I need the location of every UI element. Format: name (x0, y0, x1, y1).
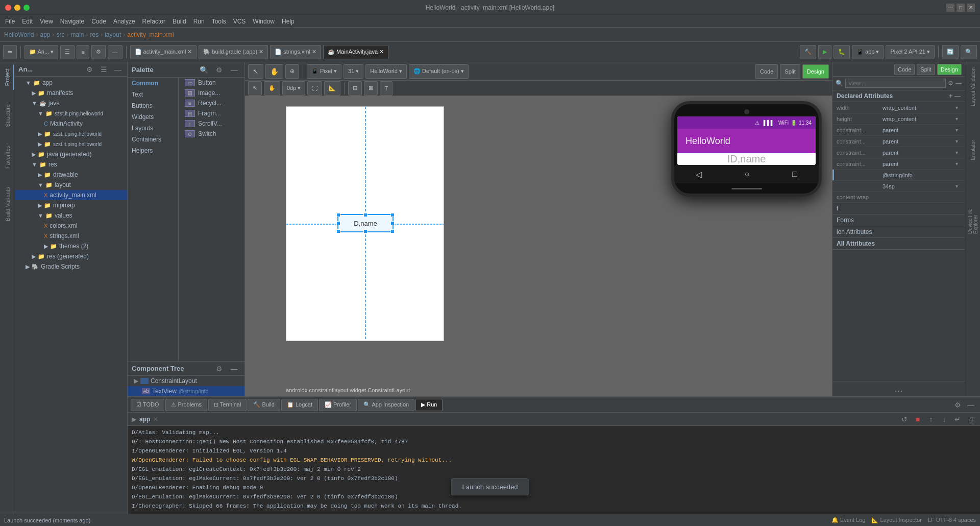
menu-window[interactable]: Window (250, 17, 278, 26)
tree-colors[interactable]: Xcolors.xml (15, 221, 127, 231)
design-view-btn[interactable]: Design (937, 64, 962, 75)
tree-res[interactable]: ▼📁res (15, 159, 127, 170)
view-toggle[interactable]: ≡ (77, 45, 89, 59)
run-tab-build[interactable]: 🔨 Build (248, 399, 280, 411)
palette-item-recycler[interactable]: ≡ Recycl... (179, 98, 244, 108)
menu-refactor[interactable]: Refactor (139, 17, 168, 26)
palette-cat-helpers[interactable]: Helpers (128, 145, 178, 156)
device-file-tab[interactable]: Device File Explorer (967, 193, 979, 234)
palette-item-scroll[interactable]: ↕ ScrollV... (179, 118, 244, 129)
section-t[interactable]: t (832, 203, 965, 214)
menu-help[interactable]: Help (279, 17, 298, 26)
design-toolbar-ruler[interactable]: 📐 (324, 81, 340, 95)
handle-tr[interactable] (390, 213, 395, 217)
attrs-search-input[interactable] (845, 79, 946, 88)
section-ion-attrs[interactable]: ion Attributes (832, 226, 965, 238)
project-settings[interactable]: ⚙ (83, 63, 95, 76)
collapse-btn[interactable]: — (108, 45, 122, 59)
design-tab-btn[interactable]: Design (802, 64, 829, 79)
tree-pkg2[interactable]: ▶📁szst.it.ping.helloworld (15, 129, 127, 139)
menu-code[interactable]: Code (88, 17, 109, 26)
event-log-btn[interactable]: 🔔 Event Log (831, 517, 866, 523)
run-tab-problems[interactable]: ⚠ Problems (165, 399, 207, 411)
tree-layout[interactable]: ▼📁layout (15, 180, 127, 190)
sync-btn[interactable]: 🔄 (942, 45, 959, 59)
palette-cat-containers[interactable]: Containers (128, 134, 178, 145)
design-toolbar-arrow[interactable]: ↖ (248, 81, 262, 95)
tree-activity-xml[interactable]: Xactivity_main.xml (15, 190, 127, 200)
handle-br[interactable] (390, 229, 395, 233)
breadcrumb-src[interactable]: src (57, 31, 65, 38)
palette-item-image[interactable]: 🖼 Image... (179, 88, 244, 98)
minimize-button[interactable]: — (946, 4, 954, 12)
file-tab-xml[interactable]: 📄 activity_main.xml ✕ (130, 45, 197, 59)
run-wrap[interactable]: ↵ (952, 414, 963, 424)
code-tab-btn[interactable]: Code (755, 64, 778, 79)
handle-b[interactable] (363, 229, 368, 233)
split-view-btn[interactable]: Split (917, 64, 935, 75)
breadcrumb-main[interactable]: main (71, 31, 84, 38)
close-button[interactable]: ✕ (967, 4, 975, 12)
palette-search[interactable]: 🔍 (198, 64, 210, 76)
breadcrumb-file[interactable]: activity_main.xml (127, 31, 174, 38)
run-tab-logcat[interactable]: 📋 Logcat (281, 399, 318, 411)
code-view-btn[interactable]: Code (894, 64, 915, 75)
palette-collapse[interactable]: — (228, 64, 240, 76)
tree-values[interactable]: ▼📁values (15, 210, 127, 221)
breadcrumb-app[interactable]: app (40, 31, 50, 38)
remove-attr-btn[interactable]: — (954, 92, 961, 100)
run-print[interactable]: 🖨 (966, 414, 976, 424)
locale-dropdown[interactable]: 🌐 Default (en-us) ▾ (409, 64, 469, 79)
device-dropdown[interactable]: 📱 Pixel ▾ (307, 64, 341, 79)
palette-cat-buttons[interactable]: Buttons (128, 100, 178, 111)
palette-settings[interactable]: ⚙ (213, 64, 225, 76)
search-btn[interactable]: 🔍 (961, 45, 977, 59)
run-stop[interactable]: ■ (913, 414, 923, 424)
menu-run[interactable]: Run (190, 17, 208, 26)
layout-validation-tab[interactable]: Layout Validation (967, 66, 979, 107)
palette-item-switch[interactable]: ⊙ Switch (179, 129, 244, 139)
comp-tree-textview[interactable]: Ab TextView @string/info (128, 386, 244, 396)
run-restart[interactable]: ↺ (899, 414, 910, 424)
run-tab-profiler[interactable]: 📈 Profiler (319, 399, 357, 411)
run-tab-app-inspection[interactable]: 🔍 App Inspection (358, 399, 414, 411)
component-tree-collapse[interactable]: — (228, 363, 240, 375)
run-tab-run[interactable]: ▶ Run (415, 399, 443, 411)
menu-analyze[interactable]: Analyze (110, 17, 138, 26)
module-selector[interactable]: ☰ (60, 45, 75, 59)
emulator-tab[interactable]: Emulator (967, 130, 979, 171)
select-tool[interactable]: ↖ (248, 64, 263, 79)
menu-navigate[interactable]: Navigate (57, 17, 87, 26)
run-tab-todo[interactable]: ☑ TODO (131, 399, 164, 411)
palette-cat-layouts[interactable]: Layouts (128, 123, 178, 134)
add-attr-btn[interactable]: + (949, 92, 952, 100)
run-scroll-top[interactable]: ↑ (926, 414, 936, 424)
handle-bl[interactable] (336, 229, 340, 233)
design-toolbar-text-align[interactable]: T (380, 81, 393, 95)
tree-mipmap[interactable]: ▶📁mipmap (15, 200, 127, 210)
tree-res-gen[interactable]: ▶📁res (generated) (15, 251, 127, 261)
debug-button[interactable]: 🐛 (834, 45, 850, 59)
tree-java[interactable]: ▼☕java (15, 98, 127, 108)
handle-t[interactable] (363, 213, 368, 217)
split-tab-btn[interactable]: Split (780, 64, 800, 79)
design-toolbar-align-h[interactable]: ⊟ (348, 81, 362, 95)
palette-item-button[interactable]: ▭ Button (179, 78, 244, 88)
palette-cat-common[interactable]: Common (128, 78, 178, 89)
run-tab-terminal[interactable]: ⊡ Terminal (208, 399, 247, 411)
palette-cat-widgets[interactable]: Widgets (128, 111, 178, 123)
menu-view[interactable]: View (37, 17, 56, 26)
design-toolbar-snap[interactable]: ⛶ (307, 81, 322, 95)
more-btn[interactable]: … (832, 381, 965, 396)
breadcrumb-helloworld[interactable]: HelloWorld (4, 31, 34, 38)
handle-l[interactable] (336, 221, 340, 225)
tree-app[interactable]: ▼📁app (15, 78, 127, 88)
back-button[interactable]: ⬅ (3, 45, 17, 59)
run-close-tab[interactable]: ✕ (153, 416, 158, 423)
favorites-tab[interactable]: Favorites (2, 141, 14, 173)
maximize-button[interactable]: □ (957, 4, 965, 12)
design-toolbar-margin[interactable]: 0dp ▾ (282, 81, 305, 95)
build-variants-tab[interactable]: Build Variants (2, 183, 14, 225)
layout-inspector-btn[interactable]: 📐 Layout Inspector (871, 517, 921, 523)
menu-tools[interactable]: Tools (209, 17, 229, 26)
